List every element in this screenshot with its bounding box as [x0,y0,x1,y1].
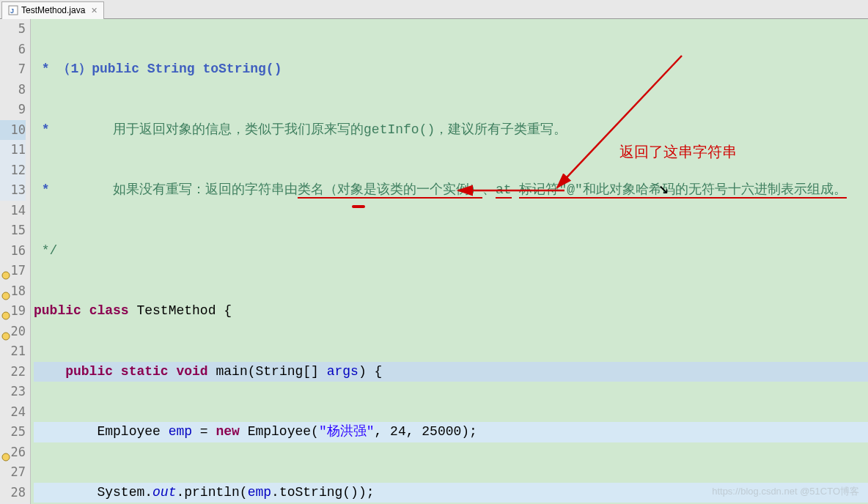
tab-filename: TestMethod.java [21,5,85,15]
line-number: 13 [0,180,26,201]
svg-point-3 [2,292,10,300]
line-number: 11 [0,140,26,160]
line-number: 15 [0,220,26,241]
line-number: 26 [0,442,26,463]
line-number: 28 [0,483,26,503]
line-number: 8 [0,80,26,100]
warning-marker-icon [1,448,10,456]
warning-marker-icon [1,266,10,275]
line-number-gutter: 5 6 7 8 9 10 11 12 13 14 15 16 17 18 19 … [0,19,31,504]
line-number: 14 [0,201,26,221]
tab-bar: J TestMethod.java ✕ [0,0,868,19]
close-icon[interactable]: ✕ [91,6,98,15]
code-line: * 如果没有重写：返回的字符串由类名（对象是该类的一个实例）、at 标记符"@"… [34,180,868,201]
line-number: 20 [0,322,26,342]
editor-tab[interactable]: J TestMethod.java ✕ [1,1,104,19]
line-number: 19 [0,301,26,322]
warning-marker-icon [1,306,10,315]
svg-point-4 [2,312,10,319]
line-number: 24 [0,402,26,423]
warning-marker-icon [1,286,10,295]
code-line: * 用于返回对象的信息，类似于我们原来写的getInfo()，建议所有子类重写。 [34,120,868,141]
line-number: 21 [0,341,26,362]
code-line: Employee emp = new Employee("杨洪强", 24, 2… [34,422,868,442]
line-number: 23 [0,382,26,402]
cursor-mark-icon: ↘ [658,177,669,199]
code-line: * （1）public String toString() [34,59,868,80]
code-line: public static void main(String[] args) { [34,362,868,382]
svg-point-5 [2,333,10,340]
code-area[interactable]: * （1）public String toString() * 用于返回对象的信… [31,19,868,504]
line-number: 18 [0,281,26,302]
warning-marker-icon [1,327,10,336]
line-number: 16 [0,241,26,262]
code-line: public class TestMethod { [34,301,868,322]
java-file-icon: J [8,5,18,15]
svg-point-2 [2,272,10,279]
line-number: 12 [0,160,26,181]
line-number: 22 [0,362,26,382]
svg-text:J: J [10,7,14,15]
svg-point-6 [2,453,10,461]
line-number: 5 [0,19,26,40]
line-number: 7 [0,59,26,80]
line-number: 6 [0,40,26,60]
line-number: 25 [0,422,26,442]
annotation-mark [352,205,365,208]
watermark: https://blog.csdn.net @51CTO博客 [712,485,859,498]
code-line: */ [34,241,868,262]
line-number: 17 [0,261,26,281]
line-number: 9 [0,100,26,120]
line-number: 10 [0,120,26,141]
code-editor[interactable]: 5 6 7 8 9 10 11 12 13 14 15 16 17 18 19 … [0,19,868,504]
line-number: 27 [0,462,26,483]
